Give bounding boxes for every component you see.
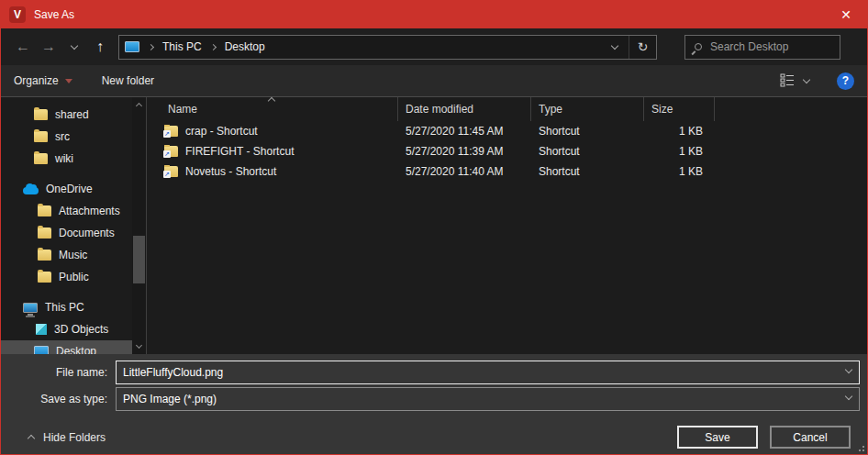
file-row[interactable]: Novetus - Shortcut 5/27/2020 11:40 AM Sh… xyxy=(147,161,867,182)
sidebar-item-icon xyxy=(23,187,39,194)
file-name-input[interactable] xyxy=(116,361,860,384)
sidebar-item-icon xyxy=(38,272,51,283)
column-header-label: Size xyxy=(651,103,673,116)
sidebar-item-icon xyxy=(38,205,51,216)
titlebar: V Save As ✕ xyxy=(1,1,867,28)
hide-folders-label: Hide Folders xyxy=(43,431,106,444)
view-options-caret-icon[interactable] xyxy=(803,75,810,83)
file-row[interactable]: crap - Shortcut 5/27/2020 11:45 AM Short… xyxy=(147,121,867,141)
sidebar-item[interactable]: src xyxy=(1,126,132,148)
search-icon xyxy=(695,43,702,50)
sidebar-item-icon xyxy=(34,153,48,164)
sort-ascending-icon xyxy=(267,97,274,105)
sidebar-item-label: Music xyxy=(59,249,87,261)
file-row[interactable]: FIREFIGHT - Shortcut 5/27/2020 11:39 AM … xyxy=(147,141,867,161)
sidebar-item-label: src xyxy=(55,130,70,143)
new-folder-label: New folder xyxy=(102,74,154,87)
recent-locations-button[interactable] xyxy=(61,34,87,60)
sidebar-item-icon xyxy=(38,228,51,239)
sidebar-item-icon xyxy=(36,324,47,335)
file-type: Shortcut xyxy=(531,145,644,158)
column-header-type[interactable]: Type xyxy=(531,97,644,121)
folder-tree-sidebar: shared src wiki OneDrive xyxy=(1,97,146,354)
column-header-size[interactable]: Size xyxy=(644,97,715,121)
file-type: Shortcut xyxy=(531,165,644,178)
details-view-icon[interactable] xyxy=(780,72,795,90)
sidebar-item-icon xyxy=(34,346,49,354)
scroll-down-icon[interactable] xyxy=(132,339,146,354)
sidebar-item-label: Desktop xyxy=(56,345,96,354)
shortcut-folder-icon xyxy=(164,146,178,157)
sidebar-item[interactable]: Documents xyxy=(1,222,132,244)
footer: File name: Save as type: PNG Image (*.pn… xyxy=(1,354,867,454)
sidebar-item-icon xyxy=(38,250,51,261)
refresh-button[interactable]: ↻ xyxy=(629,36,656,59)
breadcrumb-desktop[interactable]: Desktop xyxy=(216,40,274,53)
search-input[interactable] xyxy=(710,40,830,53)
sidebar-scrollbar[interactable] xyxy=(132,97,146,354)
shortcut-folder-icon xyxy=(164,126,178,137)
back-button[interactable]: ← xyxy=(10,34,36,60)
new-folder-button[interactable]: New folder xyxy=(102,74,154,87)
file-list: Name Date modified Type Size crap - Shor… xyxy=(146,97,867,354)
sidebar-item-label: This PC xyxy=(45,301,84,314)
sidebar-item[interactable]: This PC xyxy=(1,296,132,318)
sidebar-item[interactable]: Public xyxy=(1,266,132,288)
organize-button[interactable]: Organize xyxy=(14,74,72,87)
help-button[interactable]: ? xyxy=(837,72,854,90)
save-as-dialog: V Save As ✕ ← → ↑ This PC Desktop ↻ Orga… xyxy=(0,0,868,455)
sidebar-item[interactable]: Music xyxy=(1,244,132,266)
file-name: crap - Shortcut xyxy=(185,125,258,138)
scrollbar-thumb[interactable] xyxy=(133,236,145,283)
close-button[interactable]: ✕ xyxy=(825,1,867,28)
column-header-label: Name xyxy=(168,103,197,116)
sidebar-item[interactable]: wiki xyxy=(1,148,132,170)
sidebar-item-icon xyxy=(23,303,38,313)
forward-button[interactable]: → xyxy=(36,34,61,60)
address-dropdown-button[interactable] xyxy=(601,36,629,59)
file-size: 1 KB xyxy=(644,125,715,138)
sidebar-item-label: Attachments xyxy=(59,205,120,217)
sidebar-item-icon xyxy=(34,131,48,142)
save-as-type-select[interactable]: PNG Image (*.png) xyxy=(116,387,860,411)
this-pc-icon xyxy=(125,41,139,52)
dropdown-caret-icon xyxy=(65,79,72,83)
sidebar-item-label: shared xyxy=(55,108,89,121)
file-date-modified: 5/27/2020 11:45 AM xyxy=(398,125,531,138)
search-box[interactable] xyxy=(684,35,840,60)
main-area: shared src wiki OneDrive xyxy=(1,96,867,354)
save-button[interactable]: Save xyxy=(677,426,758,449)
resize-grip[interactable] xyxy=(857,444,864,451)
chevron-down-icon xyxy=(611,41,618,49)
scroll-up-icon[interactable] xyxy=(132,97,146,112)
up-button[interactable]: ↑ xyxy=(87,34,113,60)
column-header-date-modified[interactable]: Date modified xyxy=(398,97,531,121)
chevron-down-icon xyxy=(71,41,78,49)
app-icon: V xyxy=(9,6,26,23)
file-date-modified: 5/27/2020 11:40 AM xyxy=(398,165,531,178)
column-header-name[interactable]: Name xyxy=(147,97,398,121)
sidebar-item[interactable]: shared xyxy=(1,104,132,126)
shortcut-folder-icon xyxy=(164,166,178,177)
file-name: FIREFIGHT - Shortcut xyxy=(185,145,294,158)
file-name: Novetus - Shortcut xyxy=(185,165,276,178)
sidebar-item[interactable]: Attachments xyxy=(1,200,132,222)
file-date-modified: 5/27/2020 11:39 AM xyxy=(398,145,531,158)
column-header-label: Date modified xyxy=(406,103,473,116)
sidebar-item-label: OneDrive xyxy=(46,183,93,195)
sidebar-item[interactable]: Desktop xyxy=(1,340,132,354)
sidebar-item-label: Documents xyxy=(59,227,115,239)
save-as-type-value: PNG Image (*.png) xyxy=(123,393,217,405)
save-as-type-label: Save as type: xyxy=(1,393,116,405)
sidebar-item-label: 3D Objects xyxy=(54,323,108,336)
cancel-button[interactable]: Cancel xyxy=(770,426,851,449)
breadcrumb-this-pc[interactable]: This PC xyxy=(153,40,211,53)
hide-folders-button[interactable]: Hide Folders xyxy=(28,431,106,444)
navigation-bar: ← → ↑ This PC Desktop ↻ xyxy=(1,28,867,65)
sidebar-item[interactable]: 3D Objects xyxy=(1,318,132,340)
sidebar-item[interactable]: OneDrive xyxy=(1,178,132,200)
file-name-label: File name: xyxy=(1,366,116,379)
sidebar-item-label: Public xyxy=(59,271,89,283)
organize-label: Organize xyxy=(14,74,59,87)
address-bar[interactable]: This PC Desktop ↻ xyxy=(118,35,657,60)
